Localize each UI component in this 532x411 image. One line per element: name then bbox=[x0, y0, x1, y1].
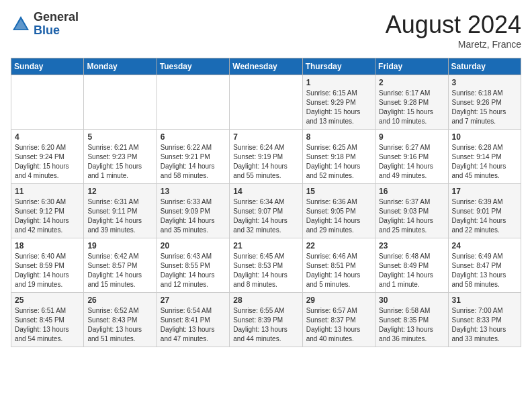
calendar-cell: 5Sunrise: 6:21 AM Sunset: 9:23 PM Daylig… bbox=[84, 130, 157, 184]
day-info: Sunrise: 6:46 AM Sunset: 8:51 PM Dayligh… bbox=[306, 252, 371, 289]
calendar-cell: 7Sunrise: 6:24 AM Sunset: 9:19 PM Daylig… bbox=[230, 130, 302, 184]
day-info: Sunrise: 6:49 AM Sunset: 8:47 PM Dayligh… bbox=[452, 252, 517, 289]
day-info: Sunrise: 6:24 AM Sunset: 9:19 PM Dayligh… bbox=[233, 143, 298, 181]
day-info: Sunrise: 6:55 AM Sunset: 8:39 PM Dayligh… bbox=[233, 306, 298, 344]
column-header-wednesday: Wednesday bbox=[230, 58, 302, 75]
day-number: 24 bbox=[452, 241, 517, 250]
calendar-cell: 29Sunrise: 6:57 AM Sunset: 8:37 PM Dayli… bbox=[302, 293, 375, 347]
location: Maretz, France bbox=[386, 39, 521, 50]
calendar-table: SundayMondayTuesdayWednesdayThursdayFrid… bbox=[11, 58, 521, 347]
day-info: Sunrise: 6:39 AM Sunset: 9:01 PM Dayligh… bbox=[452, 197, 517, 235]
day-number: 31 bbox=[452, 295, 517, 305]
day-info: Sunrise: 6:37 AM Sunset: 9:03 PM Dayligh… bbox=[379, 197, 444, 235]
day-info: Sunrise: 6:42 AM Sunset: 8:57 PM Dayligh… bbox=[87, 252, 152, 289]
day-number: 15 bbox=[306, 187, 371, 196]
calendar-cell: 26Sunrise: 6:52 AM Sunset: 8:43 PM Dayli… bbox=[84, 293, 157, 347]
day-number: 11 bbox=[15, 187, 80, 196]
title-block: August 2024 Maretz, France bbox=[386, 11, 521, 50]
column-header-saturday: Saturday bbox=[448, 58, 521, 75]
day-number: 3 bbox=[452, 78, 517, 87]
calendar-cell: 13Sunrise: 6:33 AM Sunset: 9:09 PM Dayli… bbox=[157, 184, 229, 238]
day-number: 29 bbox=[306, 295, 371, 305]
calendar-cell: 20Sunrise: 6:43 AM Sunset: 8:55 PM Dayli… bbox=[157, 238, 229, 293]
day-info: Sunrise: 6:43 AM Sunset: 8:55 PM Dayligh… bbox=[161, 252, 226, 289]
calendar-week-2: 4Sunrise: 6:20 AM Sunset: 9:24 PM Daylig… bbox=[11, 130, 521, 184]
logo: General Blue bbox=[11, 11, 79, 38]
day-info: Sunrise: 6:21 AM Sunset: 9:23 PM Dayligh… bbox=[87, 143, 152, 181]
day-number: 4 bbox=[15, 132, 80, 142]
day-info: Sunrise: 6:51 AM Sunset: 8:45 PM Dayligh… bbox=[15, 306, 80, 344]
day-number: 27 bbox=[161, 295, 226, 305]
day-number: 13 bbox=[161, 187, 226, 196]
day-number: 20 bbox=[161, 241, 226, 250]
day-number: 5 bbox=[87, 132, 152, 142]
calendar-cell: 4Sunrise: 6:20 AM Sunset: 9:24 PM Daylig… bbox=[11, 130, 84, 184]
logo-blue: Blue bbox=[34, 24, 79, 38]
day-number: 30 bbox=[379, 295, 444, 305]
column-header-friday: Friday bbox=[375, 58, 448, 75]
calendar-cell bbox=[11, 75, 84, 130]
day-info: Sunrise: 6:36 AM Sunset: 9:05 PM Dayligh… bbox=[306, 197, 371, 235]
day-number: 10 bbox=[452, 132, 517, 142]
day-number: 2 bbox=[379, 78, 444, 87]
calendar-cell: 1Sunrise: 6:15 AM Sunset: 9:29 PM Daylig… bbox=[302, 75, 375, 130]
day-info: Sunrise: 6:20 AM Sunset: 9:24 PM Dayligh… bbox=[15, 143, 80, 181]
calendar-cell: 16Sunrise: 6:37 AM Sunset: 9:03 PM Dayli… bbox=[375, 184, 448, 238]
column-header-monday: Monday bbox=[84, 58, 157, 75]
calendar-cell bbox=[84, 75, 157, 130]
day-info: Sunrise: 6:25 AM Sunset: 9:18 PM Dayligh… bbox=[306, 143, 371, 181]
page-header: General Blue August 2024 Maretz, France bbox=[11, 11, 521, 50]
calendar-cell: 3Sunrise: 6:18 AM Sunset: 9:26 PM Daylig… bbox=[448, 75, 521, 130]
calendar-week-4: 18Sunrise: 6:40 AM Sunset: 8:59 PM Dayli… bbox=[11, 238, 521, 293]
day-number: 28 bbox=[233, 295, 298, 305]
calendar-week-3: 11Sunrise: 6:30 AM Sunset: 9:12 PM Dayli… bbox=[11, 184, 521, 238]
calendar-cell: 15Sunrise: 6:36 AM Sunset: 9:05 PM Dayli… bbox=[302, 184, 375, 238]
day-number: 25 bbox=[15, 295, 80, 305]
day-number: 23 bbox=[379, 241, 444, 250]
day-info: Sunrise: 6:52 AM Sunset: 8:43 PM Dayligh… bbox=[87, 306, 152, 344]
day-number: 14 bbox=[233, 187, 298, 196]
day-number: 22 bbox=[306, 241, 371, 250]
day-number: 6 bbox=[161, 132, 226, 142]
calendar-cell: 28Sunrise: 6:55 AM Sunset: 8:39 PM Dayli… bbox=[230, 293, 302, 347]
day-info: Sunrise: 6:27 AM Sunset: 9:16 PM Dayligh… bbox=[379, 143, 444, 181]
day-number: 19 bbox=[87, 241, 152, 250]
day-number: 8 bbox=[306, 132, 371, 142]
day-info: Sunrise: 6:22 AM Sunset: 9:21 PM Dayligh… bbox=[161, 143, 226, 181]
calendar-cell: 31Sunrise: 7:00 AM Sunset: 8:33 PM Dayli… bbox=[448, 293, 521, 347]
day-info: Sunrise: 6:15 AM Sunset: 9:29 PM Dayligh… bbox=[306, 89, 371, 126]
day-info: Sunrise: 6:17 AM Sunset: 9:28 PM Dayligh… bbox=[379, 89, 444, 126]
calendar-week-5: 25Sunrise: 6:51 AM Sunset: 8:45 PM Dayli… bbox=[11, 293, 521, 347]
calendar-cell: 12Sunrise: 6:31 AM Sunset: 9:11 PM Dayli… bbox=[84, 184, 157, 238]
day-info: Sunrise: 6:34 AM Sunset: 9:07 PM Dayligh… bbox=[233, 197, 298, 235]
day-info: Sunrise: 6:33 AM Sunset: 9:09 PM Dayligh… bbox=[161, 197, 226, 235]
calendar-cell: 9Sunrise: 6:27 AM Sunset: 9:16 PM Daylig… bbox=[375, 130, 448, 184]
calendar-cell bbox=[230, 75, 302, 130]
day-info: Sunrise: 6:40 AM Sunset: 8:59 PM Dayligh… bbox=[15, 252, 80, 289]
calendar-cell: 19Sunrise: 6:42 AM Sunset: 8:57 PM Dayli… bbox=[84, 238, 157, 293]
calendar-cell: 24Sunrise: 6:49 AM Sunset: 8:47 PM Dayli… bbox=[448, 238, 521, 293]
column-header-sunday: Sunday bbox=[11, 58, 84, 75]
day-info: Sunrise: 6:18 AM Sunset: 9:26 PM Dayligh… bbox=[452, 89, 517, 126]
calendar-cell: 10Sunrise: 6:28 AM Sunset: 9:14 PM Dayli… bbox=[448, 130, 521, 184]
day-number: 7 bbox=[233, 132, 298, 142]
day-info: Sunrise: 6:28 AM Sunset: 9:14 PM Dayligh… bbox=[452, 143, 517, 181]
day-info: Sunrise: 6:31 AM Sunset: 9:11 PM Dayligh… bbox=[87, 197, 152, 235]
day-info: Sunrise: 7:00 AM Sunset: 8:33 PM Dayligh… bbox=[452, 306, 517, 344]
logo-icon bbox=[11, 14, 31, 34]
calendar-cell bbox=[157, 75, 229, 130]
calendar-cell: 23Sunrise: 6:48 AM Sunset: 8:49 PM Dayli… bbox=[375, 238, 448, 293]
calendar-cell: 2Sunrise: 6:17 AM Sunset: 9:28 PM Daylig… bbox=[375, 75, 448, 130]
day-info: Sunrise: 6:45 AM Sunset: 8:53 PM Dayligh… bbox=[233, 252, 298, 289]
day-number: 21 bbox=[233, 241, 298, 250]
calendar-cell: 27Sunrise: 6:54 AM Sunset: 8:41 PM Dayli… bbox=[157, 293, 229, 347]
calendar-cell: 6Sunrise: 6:22 AM Sunset: 9:21 PM Daylig… bbox=[157, 130, 229, 184]
day-number: 16 bbox=[379, 187, 444, 196]
day-number: 12 bbox=[87, 187, 152, 196]
calendar-cell: 17Sunrise: 6:39 AM Sunset: 9:01 PM Dayli… bbox=[448, 184, 521, 238]
day-number: 26 bbox=[87, 295, 152, 305]
column-header-tuesday: Tuesday bbox=[157, 58, 229, 75]
day-number: 18 bbox=[15, 241, 80, 250]
day-info: Sunrise: 6:30 AM Sunset: 9:12 PM Dayligh… bbox=[15, 197, 80, 235]
day-number: 9 bbox=[379, 132, 444, 142]
